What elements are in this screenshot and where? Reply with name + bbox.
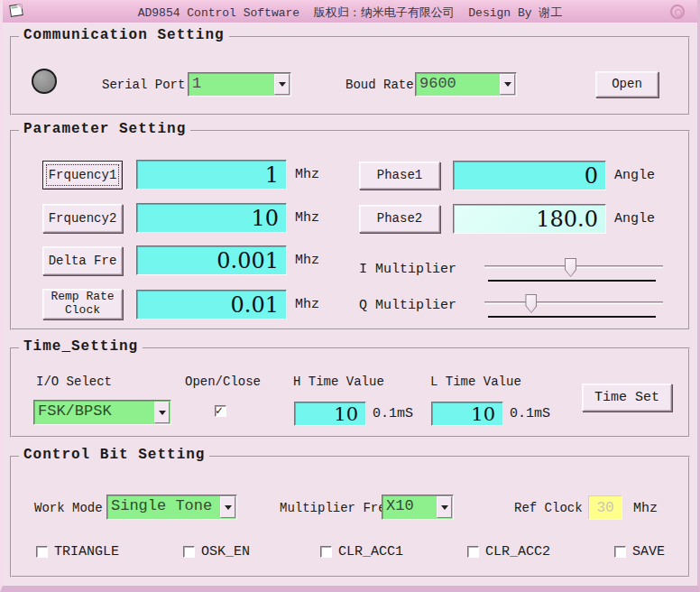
io-select-combo[interactable]: FSK/BPSK: [33, 400, 171, 425]
phase2-unit: Angle: [614, 211, 655, 227]
work-mode-dropdown-button[interactable]: [220, 496, 235, 518]
q-multiplier-slider[interactable]: [484, 294, 663, 318]
h-time-value-label: H Time Value: [293, 375, 384, 389]
osk-en-checkbox-item[interactable]: OSK_EN: [183, 544, 250, 560]
work-mode-combo[interactable]: Single Tone: [106, 495, 237, 520]
time-setting-heading: Time_Setting: [19, 338, 143, 355]
ref-clock-unit: Mhz: [633, 501, 658, 516]
phase2-field[interactable]: 180.0: [453, 204, 606, 234]
work-mode-value: Single Tone: [107, 495, 219, 519]
triangle-checkbox-label: TRIANGLE: [54, 544, 119, 560]
serial-port-dropdown-button[interactable]: [274, 74, 290, 95]
title-bar: AD9854 Control Software 版权归：纳米电子有限公司 Des…: [3, 0, 697, 23]
q-multiplier-thumb[interactable]: [525, 294, 537, 313]
l-time-value-label: L Time Value: [430, 375, 521, 389]
communication-setting-heading: Communication Setting: [19, 27, 229, 43]
i-multiplier-label: I Multiplier: [359, 262, 456, 277]
chevron-down-icon: [441, 505, 448, 510]
clr-acc1-checkbox[interactable]: [320, 546, 332, 558]
frequency1-field[interactable]: 1: [136, 160, 287, 190]
time-set-button[interactable]: Time Set: [582, 384, 672, 412]
serial-port-combo[interactable]: 1: [188, 72, 291, 97]
control-bit-setting-heading: Control Bit Setting: [19, 447, 209, 463]
io-select-value: FSK/BPSK: [34, 401, 153, 424]
open-button[interactable]: Open: [595, 71, 659, 97]
l-time-unit: 0.1mS: [510, 406, 550, 421]
save-checkbox[interactable]: [614, 546, 626, 558]
io-select-dropdown-button[interactable]: [154, 402, 170, 423]
io-select-label: I/O Select: [36, 375, 112, 389]
communication-setting-group: Communication Setting Serial Port 1 Boud…: [10, 36, 690, 116]
baud-rate-dropdown-button[interactable]: [500, 74, 515, 95]
q-multiplier-underline: [488, 316, 656, 318]
q-multiplier-label: Q Multiplier: [359, 298, 456, 313]
window-circle-button[interactable]: [670, 5, 685, 19]
clr-acc1-checkbox-item[interactable]: CLR_ACC1: [320, 544, 403, 560]
baud-rate-label: Boud Rate: [345, 78, 414, 92]
q-multiplier-track: [484, 301, 663, 304]
osk-en-checkbox[interactable]: [183, 546, 195, 558]
multiplier-fre-value: X10: [382, 495, 436, 519]
open-close-label: Open/Close: [185, 375, 261, 389]
chevron-down-icon: [159, 411, 166, 415]
multiplier-fre-dropdown-button[interactable]: [437, 496, 452, 518]
clr-acc2-checkbox[interactable]: [467, 546, 479, 558]
l-time-field[interactable]: 10: [431, 402, 503, 426]
baud-rate-value: 9600: [416, 73, 499, 96]
parameter-setting-group: Parameter Setting Frquency1 1 Mhz Frquen…: [10, 130, 690, 330]
multiplier-fre-combo[interactable]: X10: [382, 495, 454, 520]
serial-port-label: Serial Port: [102, 78, 185, 92]
ramp-rate-clock-button[interactable]: Remp Rate Clock: [42, 289, 123, 319]
delta-fre-unit: Mhz: [295, 253, 319, 268]
ramp-rate-clock-unit: Mhz: [295, 297, 319, 312]
multiplier-fre-label: Multiplier Fre: [280, 501, 386, 515]
open-close-checkbox[interactable]: [215, 405, 226, 417]
baud-rate-combo[interactable]: 9600: [415, 72, 517, 97]
serial-port-value: 1: [189, 73, 273, 96]
time-setting-group: Time_Setting I/O Select Open/Close H Tim…: [10, 347, 690, 438]
phase1-field[interactable]: 0: [453, 161, 606, 190]
frequency1-button[interactable]: Frquency1: [42, 161, 123, 190]
chevron-down-icon: [504, 82, 511, 87]
app-window: AD9854 Control Software 版权归：纳米电子有限公司 Des…: [0, 0, 700, 592]
ref-clock-label: Ref Clock: [514, 501, 583, 515]
i-multiplier-underline: [488, 280, 656, 282]
work-mode-label: Work Mode: [34, 501, 103, 515]
clr-acc2-checkbox-label: CLR_ACC2: [485, 544, 550, 560]
frequency2-button[interactable]: Frquency2: [42, 204, 123, 233]
serial-status-led: [32, 69, 57, 94]
chevron-down-icon: [225, 505, 232, 510]
clr-acc1-checkbox-label: CLR_ACC1: [338, 544, 403, 560]
h-time-unit: 0.1mS: [373, 406, 413, 421]
phase1-button[interactable]: Phase1: [359, 162, 440, 190]
triangle-checkbox-item[interactable]: TRIANGLE: [36, 544, 119, 560]
h-time-field[interactable]: 10: [294, 402, 366, 426]
save-checkbox-label: SAVE: [632, 544, 665, 560]
delta-fre-button[interactable]: Delta Fre: [42, 246, 123, 275]
delta-fre-field[interactable]: 0.001: [136, 245, 287, 275]
ramp-rate-clock-field[interactable]: 0.01: [136, 290, 287, 319]
phase2-button[interactable]: Phase2: [359, 205, 440, 233]
frequency2-unit: Mhz: [295, 210, 319, 226]
save-checkbox-item[interactable]: SAVE: [614, 544, 665, 560]
i-multiplier-slider[interactable]: [484, 258, 663, 282]
ref-clock-field: 30: [588, 495, 622, 520]
parameter-setting-heading: Parameter Setting: [19, 121, 190, 137]
phase1-unit: Angle: [614, 168, 655, 183]
chevron-down-icon: [279, 82, 286, 87]
i-multiplier-thumb[interactable]: [565, 258, 576, 277]
frequency1-unit: Mhz: [295, 167, 319, 182]
triangle-checkbox[interactable]: [36, 546, 48, 558]
window-title: AD9854 Control Software 版权归：纳米电子有限公司 Des…: [3, 5, 697, 21]
osk-en-checkbox-label: OSK_EN: [201, 544, 250, 560]
frequency2-field[interactable]: 10: [136, 203, 287, 233]
clr-acc2-checkbox-item[interactable]: CLR_ACC2: [467, 544, 550, 560]
control-bit-setting-group: Control Bit Setting Work Mode Single Ton…: [10, 456, 690, 578]
